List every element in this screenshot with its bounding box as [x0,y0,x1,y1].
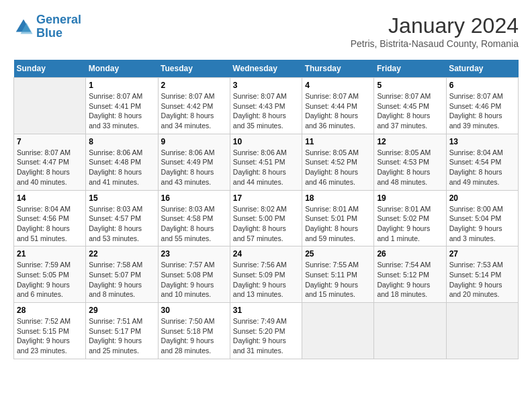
calendar-cell: 30Sunrise: 7:50 AM Sunset: 5:18 PM Dayli… [158,303,230,359]
header-day-friday: Friday [374,60,446,78]
day-info: Sunrise: 7:58 AM Sunset: 5:07 PM Dayligh… [89,260,154,300]
day-number: 4 [305,81,371,90]
day-info: Sunrise: 8:06 AM Sunset: 4:48 PM Dayligh… [89,148,154,187]
day-info: Sunrise: 8:02 AM Sunset: 5:00 PM Dayligh… [233,204,299,244]
calendar-cell [302,303,374,359]
logo-line1: General [36,13,81,26]
day-info: Sunrise: 8:03 AM Sunset: 4:58 PM Dayligh… [161,204,227,244]
day-info: Sunrise: 7:59 AM Sunset: 5:05 PM Dayligh… [17,260,83,300]
day-info: Sunrise: 7:57 AM Sunset: 5:08 PM Dayligh… [161,260,227,300]
day-number: 6 [449,81,515,90]
calendar-header-row: SundayMondayTuesdayWednesdayThursdayFrid… [14,60,519,78]
day-info: Sunrise: 7:55 AM Sunset: 5:11 PM Dayligh… [305,260,371,300]
subtitle: Petris, Bistrita-Nasaud County, Romania [351,38,519,49]
header: General Blue January 2024 Petris, Bistri… [13,13,519,49]
day-number: 9 [161,137,227,146]
day-number: 16 [161,193,227,203]
day-info: Sunrise: 7:51 AM Sunset: 5:17 PM Dayligh… [89,316,154,356]
calendar-cell: 8Sunrise: 8:06 AM Sunset: 4:48 PM Daylig… [86,134,158,190]
header-day-tuesday: Tuesday [158,60,230,78]
logo-line2: Blue [36,26,62,40]
calendar-cell: 13Sunrise: 8:04 AM Sunset: 4:54 PM Dayli… [446,134,518,190]
day-number: 8 [89,137,154,146]
day-info: Sunrise: 8:01 AM Sunset: 5:01 PM Dayligh… [305,204,371,244]
day-info: Sunrise: 8:07 AM Sunset: 4:45 PM Dayligh… [377,91,443,131]
calendar-cell: 29Sunrise: 7:51 AM Sunset: 5:17 PM Dayli… [86,303,158,359]
day-number: 17 [233,193,299,203]
day-number: 19 [377,193,443,203]
day-number: 28 [17,306,83,315]
calendar-cell [374,303,446,359]
day-number: 22 [89,249,154,259]
calendar-cell: 28Sunrise: 7:52 AM Sunset: 5:15 PM Dayli… [14,303,86,359]
calendar-cell: 15Sunrise: 8:03 AM Sunset: 4:57 PM Dayli… [86,190,158,246]
day-number: 27 [449,249,515,259]
header-day-saturday: Saturday [446,60,518,78]
day-number: 23 [161,249,227,259]
day-info: Sunrise: 7:54 AM Sunset: 5:12 PM Dayligh… [377,260,443,300]
day-info: Sunrise: 7:53 AM Sunset: 5:14 PM Dayligh… [449,260,515,300]
calendar-week-2: 7Sunrise: 8:07 AM Sunset: 4:47 PM Daylig… [14,134,519,190]
day-info: Sunrise: 8:07 AM Sunset: 4:42 PM Dayligh… [161,91,227,131]
day-number: 13 [449,137,515,146]
calendar-cell: 26Sunrise: 7:54 AM Sunset: 5:12 PM Dayli… [374,246,446,303]
day-info: Sunrise: 8:06 AM Sunset: 4:51 PM Dayligh… [233,148,299,187]
day-number: 1 [89,81,154,90]
day-info: Sunrise: 8:06 AM Sunset: 4:49 PM Dayligh… [161,148,227,187]
main-title: January 2024 [351,13,519,38]
day-number: 10 [233,137,299,146]
calendar-cell: 22Sunrise: 7:58 AM Sunset: 5:07 PM Dayli… [86,246,158,303]
calendar-cell: 4Sunrise: 8:07 AM Sunset: 4:44 PM Daylig… [302,78,374,134]
calendar-cell: 31Sunrise: 7:49 AM Sunset: 5:20 PM Dayli… [230,303,302,359]
calendar-cell: 21Sunrise: 7:59 AM Sunset: 5:05 PM Dayli… [14,246,86,303]
day-number: 5 [377,81,443,90]
day-info: Sunrise: 8:07 AM Sunset: 4:41 PM Dayligh… [89,91,154,131]
calendar-cell: 11Sunrise: 8:05 AM Sunset: 4:52 PM Dayli… [302,134,374,190]
day-info: Sunrise: 8:05 AM Sunset: 4:52 PM Dayligh… [305,148,371,187]
header-day-thursday: Thursday [302,60,374,78]
day-info: Sunrise: 7:52 AM Sunset: 5:15 PM Dayligh… [17,316,83,356]
day-info: Sunrise: 8:00 AM Sunset: 5:04 PM Dayligh… [449,204,515,244]
calendar-week-3: 14Sunrise: 8:04 AM Sunset: 4:56 PM Dayli… [14,190,519,246]
day-number: 31 [233,306,299,315]
calendar-cell: 2Sunrise: 8:07 AM Sunset: 4:42 PM Daylig… [158,78,230,134]
calendar-cell: 1Sunrise: 8:07 AM Sunset: 4:41 PM Daylig… [86,78,158,134]
calendar-cell: 14Sunrise: 8:04 AM Sunset: 4:56 PM Dayli… [14,190,86,246]
logo-icon [13,17,34,37]
day-info: Sunrise: 8:07 AM Sunset: 4:46 PM Dayligh… [449,91,515,131]
day-number: 26 [377,249,443,259]
calendar-cell [14,78,86,134]
day-number: 30 [161,306,227,315]
calendar-cell: 25Sunrise: 7:55 AM Sunset: 5:11 PM Dayli… [302,246,374,303]
calendar-cell: 17Sunrise: 8:02 AM Sunset: 5:00 PM Dayli… [230,190,302,246]
calendar-cell: 7Sunrise: 8:07 AM Sunset: 4:47 PM Daylig… [14,134,86,190]
logo: General Blue [13,13,81,40]
calendar-cell: 23Sunrise: 7:57 AM Sunset: 5:08 PM Dayli… [158,246,230,303]
day-info: Sunrise: 8:03 AM Sunset: 4:57 PM Dayligh… [89,204,154,244]
day-number: 20 [449,193,515,203]
calendar-table: SundayMondayTuesdayWednesdayThursdayFrid… [13,60,519,359]
calendar-week-5: 28Sunrise: 7:52 AM Sunset: 5:15 PM Dayli… [14,303,519,359]
day-number: 12 [377,137,443,146]
day-number: 15 [89,193,154,203]
day-number: 7 [17,137,83,146]
calendar-cell: 16Sunrise: 8:03 AM Sunset: 4:58 PM Dayli… [158,190,230,246]
day-info: Sunrise: 8:04 AM Sunset: 4:56 PM Dayligh… [17,204,83,244]
calendar-cell: 10Sunrise: 8:06 AM Sunset: 4:51 PM Dayli… [230,134,302,190]
header-day-monday: Monday [86,60,158,78]
calendar-cell: 5Sunrise: 8:07 AM Sunset: 4:45 PM Daylig… [374,78,446,134]
calendar-cell: 12Sunrise: 8:05 AM Sunset: 4:53 PM Dayli… [374,134,446,190]
calendar-cell: 24Sunrise: 7:56 AM Sunset: 5:09 PM Dayli… [230,246,302,303]
day-number: 29 [89,306,154,315]
day-number: 14 [17,193,83,203]
calendar-week-1: 1Sunrise: 8:07 AM Sunset: 4:41 PM Daylig… [14,78,519,134]
day-number: 25 [305,249,371,259]
calendar-cell: 9Sunrise: 8:06 AM Sunset: 4:49 PM Daylig… [158,134,230,190]
header-day-sunday: Sunday [14,60,86,78]
calendar-week-4: 21Sunrise: 7:59 AM Sunset: 5:05 PM Dayli… [14,246,519,303]
day-info: Sunrise: 7:49 AM Sunset: 5:20 PM Dayligh… [233,316,299,356]
calendar-cell: 19Sunrise: 8:01 AM Sunset: 5:02 PM Dayli… [374,190,446,246]
day-info: Sunrise: 8:07 AM Sunset: 4:43 PM Dayligh… [233,91,299,131]
calendar-cell: 18Sunrise: 8:01 AM Sunset: 5:01 PM Dayli… [302,190,374,246]
day-number: 3 [233,81,299,90]
